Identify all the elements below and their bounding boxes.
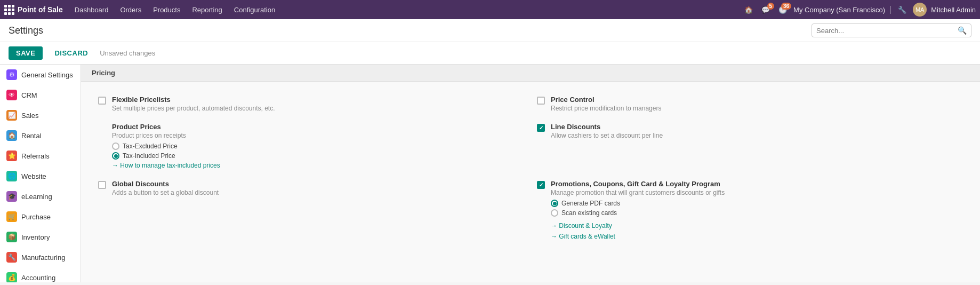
- accounting-icon: 💰: [6, 272, 17, 282]
- sidebar-label-accounting: Accounting: [21, 274, 55, 282]
- manufacturing-icon: 🔧: [6, 252, 17, 263]
- promotions-setting: Promotions, Coupons, Gift Card & Loyalty…: [531, 175, 969, 246]
- nav-configuration[interactable]: Configuration: [229, 4, 280, 16]
- app-title: Point of Sale: [18, 5, 63, 14]
- price-control-title: Price Control: [551, 96, 963, 104]
- crm-icon: 👁: [6, 90, 17, 100]
- promotions-checkbox[interactable]: [537, 181, 545, 189]
- discount-loyalty-link[interactable]: → Discount & Loyalty: [551, 222, 963, 229]
- price-control-checkbox-wrap[interactable]: [537, 97, 545, 105]
- activity-badge: 36: [781, 3, 791, 10]
- elearning-icon: 🎓: [6, 191, 17, 202]
- sidebar-label-general-settings: General Settings: [21, 71, 73, 79]
- main-layout: ⚙ General Settings 👁 CRM 📈 Sales 🏠 Renta…: [0, 65, 980, 282]
- flexible-pricelists-desc: Set multiple prices per product, automat…: [112, 105, 524, 112]
- chat-badge: 5: [767, 3, 775, 10]
- general-settings-icon: ⚙: [6, 69, 17, 80]
- price-control-checkbox[interactable]: [537, 97, 545, 105]
- sidebar-item-manufacturing[interactable]: 🔧 Manufacturing: [0, 247, 81, 267]
- global-discounts-title: Global Discounts: [112, 180, 524, 188]
- sidebar-item-referrals[interactable]: ⭐ Referrals: [0, 146, 81, 166]
- nav-menu: Dashboard Orders Products Reporting Conf…: [69, 4, 740, 16]
- nav-orders[interactable]: Orders: [115, 4, 147, 16]
- activity-icon-btn[interactable]: 🕐 36: [776, 5, 789, 15]
- tax-radio-group: Tax-Excluded Price Tax-Included Price: [112, 142, 524, 160]
- generate-pdf-label: Generate PDF cards: [561, 200, 620, 207]
- flexible-pricelists-checkbox-wrap[interactable]: [98, 97, 107, 105]
- avatar[interactable]: MA: [913, 3, 927, 17]
- tax-excluded-label: Tax-Excluded Price: [123, 142, 178, 150]
- sidebar-item-crm[interactable]: 👁 CRM: [0, 85, 81, 105]
- chat-icon-btn[interactable]: 💬 5: [759, 5, 772, 15]
- line-discounts-checkbox-wrap[interactable]: [537, 124, 545, 132]
- generate-pdf-radio[interactable]: [551, 200, 558, 207]
- sidebar-label-sales: Sales: [21, 112, 39, 120]
- price-control-setting: Price Control Restrict price modificatio…: [531, 90, 969, 117]
- tax-included-radio[interactable]: [112, 152, 119, 160]
- global-discounts-checkbox-wrap[interactable]: [98, 181, 107, 189]
- tax-included-option[interactable]: Tax-Included Price: [112, 152, 524, 160]
- global-discounts-checkbox[interactable]: [98, 181, 106, 189]
- product-prices-checkbox-wrap: [98, 124, 107, 132]
- discard-button[interactable]: DISCARD: [47, 46, 95, 60]
- sidebar-label-rental: Rental: [21, 132, 42, 140]
- page-title: Settings: [9, 25, 805, 36]
- sidebar-label-manufacturing: Manufacturing: [21, 254, 65, 262]
- sidebar-item-sales[interactable]: 📈 Sales: [0, 105, 81, 125]
- line-discounts-desc: Allow cashiers to set a discount per lin…: [551, 132, 963, 139]
- price-control-content: Price Control Restrict price modificatio…: [551, 96, 963, 112]
- sidebar-item-elearning[interactable]: 🎓 eLearning: [0, 186, 81, 207]
- promotions-desc: Manage promotion that will grant custome…: [551, 189, 963, 196]
- search-input[interactable]: [816, 27, 958, 35]
- sidebar-item-website[interactable]: 🌐 Website: [0, 166, 81, 186]
- separator: |: [889, 5, 891, 14]
- unsaved-message: Unsaved changes: [100, 49, 155, 57]
- product-prices-setting: Product Prices Product prices on receipt…: [92, 117, 531, 175]
- user-name[interactable]: Mitchell Admin: [931, 6, 976, 14]
- sidebar-label-website: Website: [21, 172, 46, 180]
- scan-cards-option[interactable]: Scan existing cards: [551, 209, 963, 217]
- promotions-title: Promotions, Coupons, Gift Card & Loyalty…: [551, 180, 963, 188]
- line-discounts-setting: Line Discounts Allow cashiers to set a d…: [531, 117, 969, 175]
- tools-icon-btn[interactable]: 🔧: [896, 5, 909, 15]
- sidebar-label-inventory: Inventory: [21, 233, 50, 241]
- generate-pdf-option[interactable]: Generate PDF cards: [551, 200, 963, 207]
- rental-icon: 🏠: [6, 130, 17, 141]
- line-discounts-checkbox[interactable]: [537, 124, 545, 132]
- nav-reporting[interactable]: Reporting: [187, 4, 227, 16]
- avatar-initials: MA: [915, 6, 925, 13]
- sidebar-item-inventory[interactable]: 📦 Inventory: [0, 227, 81, 247]
- sidebar-label-crm: CRM: [21, 91, 37, 99]
- product-prices-title: Product Prices: [112, 123, 524, 131]
- sidebar-item-purchase[interactable]: 🛒 Purchase: [0, 207, 81, 227]
- home-icon-btn[interactable]: 🏠: [742, 5, 755, 15]
- settings-header: Settings 🔍: [0, 19, 980, 42]
- search-bar[interactable]: 🔍: [812, 23, 971, 37]
- promo-radio-group: Generate PDF cards Scan existing cards: [551, 200, 963, 217]
- app-brand[interactable]: Point of Sale: [4, 5, 63, 15]
- gift-cards-link[interactable]: → Gift cards & eWallet: [551, 233, 963, 240]
- tax-included-link[interactable]: → How to manage tax-included prices: [112, 162, 220, 169]
- flexible-pricelists-setting: Flexible Pricelists Set multiple prices …: [92, 90, 531, 117]
- tax-excluded-option[interactable]: Tax-Excluded Price: [112, 142, 524, 150]
- website-icon: 🌐: [6, 171, 17, 181]
- nav-dashboard[interactable]: Dashboard: [69, 4, 114, 16]
- product-prices-desc: Product prices on receipts: [112, 132, 524, 139]
- tax-excluded-radio[interactable]: [112, 142, 119, 150]
- sidebar-item-accounting[interactable]: 💰 Accounting: [0, 267, 81, 282]
- sidebar-item-rental[interactable]: 🏠 Rental: [0, 125, 81, 146]
- flexible-pricelists-checkbox[interactable]: [98, 97, 106, 105]
- navbar-right: 🏠 💬 5 🕐 36 My Company (San Francisco) | …: [742, 3, 976, 17]
- global-discounts-desc: Adds a button to set a global discount: [112, 189, 524, 196]
- home-icon: 🏠: [744, 6, 753, 14]
- global-discounts-setting: Global Discounts Adds a button to set a …: [92, 175, 531, 246]
- promotions-checkbox-wrap[interactable]: [537, 181, 545, 189]
- scan-cards-radio[interactable]: [551, 209, 558, 217]
- sidebar-item-general-settings[interactable]: ⚙ General Settings: [0, 65, 81, 85]
- nav-products[interactable]: Products: [148, 4, 186, 16]
- tax-included-label: Tax-Included Price: [123, 152, 175, 160]
- save-button[interactable]: SAVE: [9, 46, 43, 60]
- line-discounts-title: Line Discounts: [551, 123, 963, 131]
- company-name[interactable]: My Company (San Francisco): [793, 6, 885, 14]
- price-control-desc: Restrict price modification to managers: [551, 105, 963, 112]
